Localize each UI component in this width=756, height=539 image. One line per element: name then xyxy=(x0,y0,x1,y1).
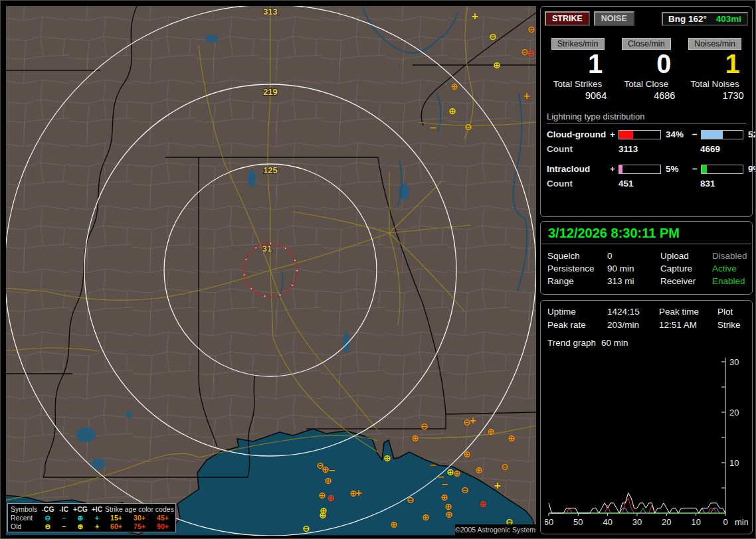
ic-count-label: Count xyxy=(547,179,610,189)
copyright-label: ©2005 Astrogenic Systems xyxy=(455,524,536,536)
trend-graph: 1020306050403020100min xyxy=(545,354,748,530)
legend-col-cg-pos: +CG xyxy=(72,505,89,513)
svg-text:60: 60 xyxy=(545,517,553,527)
age-60: 60+ xyxy=(105,522,128,530)
minus-sign: − xyxy=(692,164,701,174)
noises-column: Noises/min 1 Total Noises 1730 xyxy=(680,38,749,101)
strike-symbol-cg-pos: ⊕ xyxy=(445,510,453,519)
legend-row-recent-label: Recent xyxy=(11,514,40,522)
svg-text:30: 30 xyxy=(729,357,739,367)
ic-neg-old-icon: − xyxy=(56,522,72,530)
legend-col-ic-neg: -IC xyxy=(56,505,72,513)
strike-symbol-cg-neg: ⊖ xyxy=(407,495,415,504)
peak-rate-label: Peak rate xyxy=(547,320,607,330)
plot-label: Plot xyxy=(717,307,745,317)
status-panel: 3/12/2026 8:30:11 PM Squelch 0 Upload Di… xyxy=(540,221,753,295)
strike-symbol-cg-pos: ⊕ xyxy=(327,493,335,502)
age-30: 30+ xyxy=(128,514,151,522)
svg-text:min: min xyxy=(735,517,748,527)
strike-mode-button[interactable]: STRIKE xyxy=(545,11,590,26)
legend-age-header: Strike age color codes xyxy=(105,505,174,513)
ic-negative-bar xyxy=(701,165,743,174)
strike-symbol-cg-pos: ⊕ xyxy=(453,469,461,478)
close-per-min-value: 0 xyxy=(656,50,680,78)
cg-count-label: Count xyxy=(547,144,610,154)
noises-per-min-chip[interactable]: Noises/min xyxy=(688,38,741,50)
close-per-min-chip[interactable]: Close/min xyxy=(622,38,671,50)
cg-neg-old-icon: ⊖ xyxy=(40,522,56,530)
strike-symbol-cg-pos: ⊕ xyxy=(390,520,398,529)
receiver-status: Enabled xyxy=(712,276,747,286)
ic-negative-count: 831 xyxy=(700,179,746,189)
cg-negative-pct: 52% xyxy=(745,129,756,139)
cg-positive-bar xyxy=(618,130,661,139)
strikes-per-min-chip[interactable]: Strikes/min xyxy=(551,38,605,50)
strike-symbol-cg-pos: ⊕ xyxy=(493,60,501,70)
capture-status: Active xyxy=(712,264,747,273)
strikes-column: Strikes/min 1 Total Strikes 9064 xyxy=(543,38,612,101)
peak-time-label: Peak time xyxy=(659,307,717,317)
datetime-display: 3/12/2026 8:30:11 PM xyxy=(541,222,751,244)
total-strikes-label: Total Strikes xyxy=(553,79,603,89)
cg-pos-recent-icon: ⊕ xyxy=(72,514,89,522)
strike-symbol-cg-neg: ⊖ xyxy=(421,422,428,431)
bearing-label: Bng 162° xyxy=(668,14,707,24)
strike-stats-panel: STRIKE NOISE Bng 162° 403mi Strikes/min … xyxy=(540,6,753,217)
ic-positive-pct: 5% xyxy=(662,164,692,174)
total-close-value: 4686 xyxy=(654,90,680,101)
svg-text:40: 40 xyxy=(603,517,612,527)
ring-label-31: 31 xyxy=(262,244,272,254)
age-45: 45+ xyxy=(151,514,174,522)
strike-symbol-cg-neg: ⊖ xyxy=(527,48,535,58)
nexstorm-window: 313 219 125 31 +⊖⊖⊖⊕⊕+⊕⊖−⊖⊖⊖+⊕⊕⊕⊕⊖−⊕⊕−−⊕… xyxy=(0,0,756,539)
strike-symbol-cg-pos: ⊕ xyxy=(479,499,487,508)
strike-symbol-ic-pos: + xyxy=(523,91,531,100)
upload-label: Upload xyxy=(660,251,712,261)
strike-symbol-cg-pos: ⊕ xyxy=(508,433,516,443)
strike-symbol-cg-neg: ⊖ xyxy=(501,462,509,471)
receiver-label: Receiver xyxy=(660,276,712,286)
strike-symbol-cg-neg: ⊖ xyxy=(527,25,535,34)
svg-text:10: 10 xyxy=(691,517,700,527)
trend-graph-label: Trend graph xyxy=(547,338,596,348)
age-90: 90+ xyxy=(151,522,174,530)
range-value: 313 mi xyxy=(607,276,660,286)
noise-mode-button[interactable]: NOISE xyxy=(594,11,634,26)
map-legend: Symbols -CG -IC +CG +IC Strike age color… xyxy=(7,503,176,532)
strike-symbol-ic-pos: + xyxy=(494,481,502,490)
upload-status: Disabled xyxy=(712,251,747,261)
peak-time-value: 12:51 AM xyxy=(659,320,717,330)
ic-pos-old-icon: + xyxy=(89,522,105,530)
plot-mode-value: Strike xyxy=(717,320,745,330)
intracloud-label: Intracloud xyxy=(547,164,610,174)
svg-text:30: 30 xyxy=(632,517,642,527)
strike-symbol-ic-neg: − xyxy=(429,460,437,469)
strikes-per-min-value: 1 xyxy=(588,50,612,78)
distribution-title: Lightning type distribution xyxy=(547,112,746,123)
cg-pos-old-icon: ⊕ xyxy=(72,522,89,530)
svg-text:20: 20 xyxy=(729,408,739,418)
cg-neg-recent-icon: ⊖ xyxy=(40,514,56,522)
trend-panel: Uptime 1424:15 Peak time Plot Peak rate … xyxy=(540,300,753,534)
age-75: 75+ xyxy=(128,522,151,530)
ring-label-125: 125 xyxy=(263,165,278,175)
strike-symbol-cg-pos: ⊕ xyxy=(448,106,456,116)
cg-positive-count: 3113 xyxy=(618,144,692,154)
total-noises-value: 1730 xyxy=(722,90,749,101)
minus-sign: − xyxy=(692,129,701,139)
plus-sign: + xyxy=(610,129,618,139)
strike-symbol-cg-pos: ⊕ xyxy=(440,493,448,502)
strike-symbol-cg-neg: ⊖ xyxy=(464,122,472,131)
strike-symbol-cg-pos: ⊕ xyxy=(383,453,391,463)
strike-symbol-cg-neg: ⊖ xyxy=(489,32,497,41)
ring-label-313: 313 xyxy=(263,7,278,17)
persistence-label: Persistence xyxy=(547,264,607,273)
strike-symbol-cg-pos: ⊕ xyxy=(463,449,471,459)
bearing-distance: 403mi xyxy=(716,14,741,24)
strike-symbol-ic-pos: + xyxy=(469,416,477,425)
strike-symbol-ic-neg: − xyxy=(441,479,449,489)
cg-positive-pct: 34% xyxy=(662,129,692,139)
strike-symbol-cg-neg: ⊖ xyxy=(302,524,310,533)
lightning-map[interactable]: 313 219 125 31 +⊖⊖⊖⊕⊕+⊕⊖−⊖⊖⊖+⊕⊕⊕⊕⊖−⊕⊕−−⊕… xyxy=(6,6,536,536)
cg-negative-bar xyxy=(701,130,743,139)
